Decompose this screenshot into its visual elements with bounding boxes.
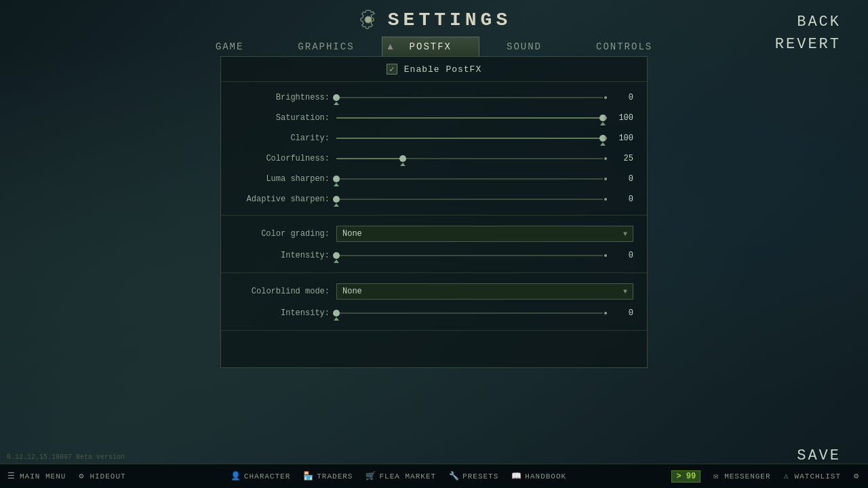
character-button[interactable]: 👤 CHARACTER [231,472,290,481]
colorfulness-slider[interactable] [336,152,603,165]
taskbar-right: > 99 ✉ MESSENGER ⚠ WATCHLIST ⚙ [671,470,861,483]
colorfulness-label: Colorfulness: [235,154,330,163]
presets-icon: 🔧 [450,472,459,481]
adaptive-sharpen-row: Adaptive sharpen: 0 [235,189,633,209]
colorfulness-value: 25 [610,154,633,163]
color-grading-value: None [342,229,362,239]
luma-sharpen-slider[interactable] [336,172,603,186]
ammo-badge: > 99 [671,470,701,483]
revert-button[interactable]: REVERT [775,36,841,53]
color-grading-intensity-slider[interactable] [336,249,603,262]
settings-panel: ✓ Enable PostFX Brightness: 0 [220,56,648,368]
color-grading-select[interactable]: None ▼ [336,226,633,242]
save-button[interactable]: SAVE [797,447,841,464]
messenger-icon: ✉ [711,472,721,481]
chevron-down-icon-2: ▼ [623,288,627,296]
sliders-section: Brightness: 0 Saturation: [221,82,647,216]
enable-postfx-row: ✓ Enable PostFX [221,57,647,82]
color-grading-intensity-label: Intensity: [235,251,330,260]
handbook-label: HANDBOOK [525,472,566,481]
taskbar-center: 👤 CHARACTER 🏪 TRADERS 🛒 FLEA MARKET 🔧 PR… [231,472,566,481]
colorblind-intensity-slider[interactable] [336,306,603,320]
messenger-label: MESSENGER [724,472,770,481]
gear-icon [357,8,380,31]
tab-sound[interactable]: SOUND [479,37,569,56]
version-text: 0.12.12.15.18807 Beta version [7,453,125,461]
colorblind-intensity-value: 0 [610,308,633,318]
traders-icon: 🏪 [304,472,313,481]
brightness-slider[interactable] [336,91,603,104]
brightness-label: Brightness: [235,93,330,102]
colorblind-value: None [342,287,362,296]
tab-postfx[interactable]: POSTFX [382,37,479,56]
watchlist-button[interactable]: ⚠ WATCHLIST [782,472,841,481]
header: SETTINGS [0,0,868,31]
luma-sharpen-label: Luma sharpen: [235,174,330,184]
handbook-button[interactable]: 📖 HANDBOOK [512,472,566,481]
tab-game[interactable]: GAME [189,37,271,56]
messenger-button[interactable]: ✉ MESSENGER [711,472,770,481]
flea-market-button[interactable]: 🛒 FLEA MARKET [366,472,436,481]
adaptive-sharpen-label: Adaptive sharpen: [235,195,330,204]
back-button[interactable]: BACK [797,14,841,30]
traders-label: TRADERS [317,472,353,481]
character-icon: 👤 [231,472,241,481]
color-grading-label: Color grading: [235,229,330,239]
handbook-icon: 📖 [512,472,521,481]
colorblind-section: Colorblind mode: None ▼ Intensity: [221,273,647,331]
colorblind-intensity-row: Intensity: 0 [235,303,633,323]
watchlist-icon: ⚠ [782,472,791,481]
tab-controls[interactable]: CONTROLS [569,37,679,56]
page-title: SETTINGS [388,9,511,30]
saturation-row: Saturation: 100 [235,108,633,128]
adaptive-sharpen-value: 0 [610,195,633,204]
traders-button[interactable]: 🏪 TRADERS [304,472,353,481]
flea-market-icon: 🛒 [366,472,376,481]
nav-tabs: GAME GRAPHICS POSTFX SOUND CONTROLS [0,37,868,56]
hideout-label: HIDEOUT [90,472,125,481]
brightness-row: Brightness: 0 [235,87,633,108]
colorfulness-row: Colorfulness: 25 [235,148,633,169]
presets-label: PRESETS [462,472,498,481]
main-menu-label: MAIN MENU [20,472,66,481]
main-menu-button[interactable]: ☰ MAIN MENU [7,472,66,481]
color-grading-intensity-row: Intensity: 0 [235,245,633,266]
settings-icon: ⚙ [852,472,861,481]
colorblind-select[interactable]: None ▼ [336,283,633,300]
colorblind-label: Colorblind mode: [235,287,330,296]
hideout-icon: ⚙ [77,472,86,481]
main-menu-icon: ☰ [7,472,16,481]
saturation-label: Saturation: [235,113,330,123]
saturation-slider[interactable] [336,111,603,125]
brightness-value: 0 [610,93,633,102]
color-grading-row: Color grading: None ▼ [235,222,633,245]
watchlist-label: WATCHLIST [795,472,841,481]
presets-button[interactable]: 🔧 PRESETS [450,472,498,481]
taskbar: ☰ MAIN MENU ⚙ HIDEOUT 👤 CHARACTER 🏪 TRAD… [0,464,868,488]
chevron-down-icon: ▼ [623,230,627,238]
right-buttons: BACK REVERT [775,14,841,53]
clarity-value: 100 [610,134,633,143]
enable-postfx-checkbox[interactable]: ✓ [387,64,397,75]
hideout-button[interactable]: ⚙ HIDEOUT [77,472,125,481]
taskbar-left: ☰ MAIN MENU ⚙ HIDEOUT [7,472,126,481]
luma-sharpen-value: 0 [610,174,633,184]
flea-market-label: FLEA MARKET [379,472,436,481]
clarity-label: Clarity: [235,134,330,143]
luma-sharpen-row: Luma sharpen: 0 [235,169,633,189]
tab-graphics[interactable]: GRAPHICS [271,37,381,56]
character-label: CHARACTER [244,472,290,481]
clarity-slider[interactable] [336,131,603,145]
colorblind-row: Colorblind mode: None ▼ [235,280,633,303]
clarity-row: Clarity: 100 [235,128,633,148]
enable-postfx-label: Enable PostFX [404,64,481,75]
settings-button[interactable]: ⚙ [852,472,861,481]
color-grading-intensity-value: 0 [610,251,633,260]
saturation-value: 100 [610,113,633,123]
color-grading-section: Color grading: None ▼ Intensity: [221,216,647,273]
colorblind-intensity-label: Intensity: [235,308,330,318]
adaptive-sharpen-slider[interactable] [336,192,603,206]
